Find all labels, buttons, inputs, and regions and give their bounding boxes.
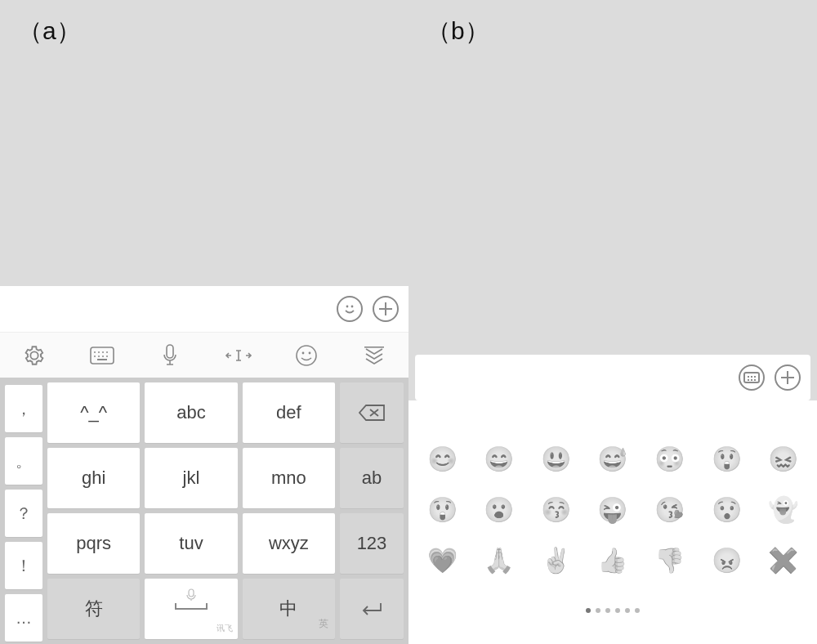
lang-sub: 英 — [319, 617, 328, 631]
svg-point-6 — [106, 351, 108, 353]
emoji-cell[interactable]: 😮 — [482, 492, 516, 526]
emoji-cell[interactable]: ✌️ — [538, 543, 573, 577]
key-pqrs[interactable]: pqrs — [47, 513, 140, 574]
space-voice-key[interactable]: 讯飞 — [145, 579, 237, 639]
message-input-bar-b — [415, 355, 810, 400]
emoji-toggle-button[interactable] — [332, 291, 368, 327]
svg-point-8 — [98, 356, 100, 357]
pager-dot[interactable] — [596, 608, 600, 613]
svg-point-5 — [102, 351, 104, 353]
emoji-cell[interactable]: 😲 — [425, 492, 459, 526]
key-face[interactable]: ^_^ — [47, 382, 140, 443]
enter-key[interactable] — [340, 579, 404, 639]
plus-icon-b — [775, 364, 801, 391]
mic-icon — [162, 344, 178, 367]
key-def[interactable]: def — [243, 382, 335, 443]
emoji-cell[interactable]: 😊 — [425, 441, 459, 476]
numeric-mode-key[interactable]: 123 — [340, 513, 404, 574]
svg-rect-12 — [167, 345, 173, 358]
svg-point-14 — [297, 346, 316, 365]
emoji-cell[interactable]: 😘 — [653, 492, 687, 526]
gear-icon — [23, 344, 46, 367]
svg-point-10 — [106, 356, 108, 357]
emoji-cell[interactable]: 😳 — [653, 441, 687, 476]
emoji-cell[interactable]: 👎 — [653, 543, 687, 577]
emoji-cell[interactable]: 😅 — [596, 441, 630, 476]
enter-icon — [359, 601, 384, 617]
pager-dot[interactable] — [625, 608, 630, 613]
key-abc[interactable]: abc — [145, 382, 237, 443]
plus-icon — [373, 296, 399, 322]
ime-toolbar — [0, 332, 408, 378]
more-button[interactable] — [368, 291, 404, 327]
backspace-icon — [358, 404, 386, 422]
panel-b: （b） 😊 😄 😃 😅 😳 😲 😖 😲 😮 😚 😜 😘 😯 👻 — [408, 0, 817, 644]
panel-label-a: （a） — [18, 15, 81, 48]
emoji-cell[interactable]: 💗 — [425, 543, 459, 577]
ime-brand-label: 讯飞 — [217, 623, 233, 634]
pager-dot[interactable] — [615, 608, 620, 613]
panel-a: （a） ， — [0, 0, 408, 644]
voice-input-button[interactable] — [152, 338, 188, 373]
space-icon — [175, 608, 208, 610]
svg-point-1 — [351, 306, 354, 308]
emoji-cell[interactable]: 👍 — [596, 543, 630, 577]
message-input-b[interactable] — [423, 361, 734, 394]
pager-dot[interactable] — [605, 608, 610, 613]
svg-point-15 — [302, 351, 305, 354]
more-button-b[interactable] — [770, 360, 806, 396]
message-input-bar — [0, 286, 408, 332]
alpha-mode-key[interactable]: ab — [340, 448, 404, 508]
key-wxyz[interactable]: wxyz — [243, 513, 335, 574]
emoji-cell[interactable]: 😃 — [538, 441, 573, 476]
message-input[interactable] — [8, 293, 332, 325]
punct-key-0[interactable]: ， — [5, 385, 42, 432]
keyboard-circle-icon — [739, 364, 765, 391]
emoji-cell[interactable]: 😠 — [709, 543, 743, 577]
pager-dot[interactable] — [635, 608, 640, 613]
backspace-key[interactable] — [340, 382, 404, 443]
key-mno[interactable]: mno — [243, 448, 335, 508]
emoji-cell[interactable]: 😯 — [709, 492, 743, 526]
svg-rect-17 — [364, 347, 384, 348]
mic-mini-icon — [186, 588, 196, 602]
punct-key-1[interactable]: 。 — [5, 437, 42, 485]
keyboard-toggle-button[interactable] — [734, 360, 770, 396]
emoji-cell[interactable]: 😲 — [709, 441, 743, 476]
emoji-cell[interactable]: 🙏 — [482, 543, 516, 577]
punct-key-2[interactable]: ？ — [5, 490, 42, 537]
collapse-icon — [364, 347, 385, 364]
emoji-cell[interactable]: 😄 — [482, 441, 516, 476]
emoji-row-0: 😊 😄 😃 😅 😳 😲 😖 — [425, 441, 801, 476]
panel-label-b: （b） — [426, 15, 489, 48]
svg-rect-11 — [97, 359, 107, 360]
chat-area-b — [408, 0, 817, 355]
smile-outline-icon — [295, 344, 318, 367]
key-tuv[interactable]: tuv — [145, 513, 237, 574]
keyboard-icon — [90, 347, 114, 364]
svg-rect-18 — [189, 589, 194, 597]
emoji-cell[interactable]: 😜 — [596, 492, 630, 526]
key-ghi[interactable]: ghi — [47, 448, 140, 508]
emoji-delete[interactable]: ✖️ — [766, 543, 801, 577]
key-jkl[interactable]: jkl — [145, 448, 237, 508]
cursor-move-icon — [225, 347, 252, 364]
collapse-keyboard-button[interactable] — [356, 338, 392, 373]
cursor-move-button[interactable] — [221, 338, 257, 373]
lang-main: 中 — [279, 597, 297, 621]
language-key[interactable]: 中 英 — [243, 579, 335, 639]
pager-dot[interactable] — [586, 608, 591, 613]
svg-point-16 — [309, 351, 311, 354]
keyboard-switch-button[interactable] — [84, 338, 120, 373]
emoji-cell[interactable]: 😚 — [538, 492, 573, 526]
emoji-picker: 😊 😄 😃 😅 😳 😲 😖 😲 😮 😚 😜 😘 😯 👻 💗 🙏 ✌️ 👍 👎 😠 — [408, 400, 817, 644]
emoji-cell[interactable]: 😖 — [766, 441, 801, 476]
emoji-cell[interactable]: 👻 — [766, 492, 801, 526]
svg-rect-2 — [91, 347, 114, 364]
ime-emoji-button[interactable] — [288, 338, 324, 373]
svg-point-4 — [98, 351, 100, 353]
settings-button[interactable] — [16, 338, 52, 373]
emoji-pager — [425, 593, 801, 636]
punct-key-ellipsis-overlay — [2, 581, 40, 642]
symbol-key[interactable]: 符 — [47, 579, 140, 639]
